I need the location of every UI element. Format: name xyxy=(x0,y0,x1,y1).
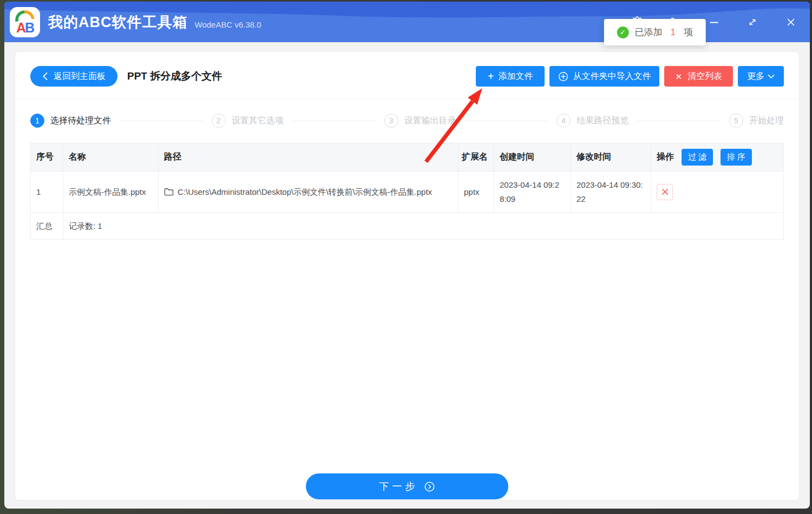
step-5-number: 5 xyxy=(729,114,743,128)
step-4-number: 4 xyxy=(556,114,571,128)
cell-path: C:\Users\Administrator\Desktop\示例文件\转换前\… xyxy=(159,172,459,213)
step-1-number: 1 xyxy=(30,114,44,128)
card-toolbar: 返回到主面板 PPT 拆分成多个文件 + 添加文件 从文件夹中导入文件 ✕ 清空… xyxy=(15,52,799,99)
folder-icon xyxy=(164,188,174,196)
step-3-label: 设置输出目录 xyxy=(404,115,456,127)
col-header-name: 名称 xyxy=(63,143,159,172)
titlebar: AB 我的ABC软件工具箱 WodeABC v6.38.0 ✓ 已添加1项 xyxy=(4,2,810,42)
cell-actions xyxy=(651,172,784,213)
step-3-output-dir: 3 设置输出目录 xyxy=(384,114,456,128)
close-icon[interactable] xyxy=(785,16,797,28)
cell-index: 1 xyxy=(31,172,63,213)
filter-button[interactable]: 过滤 xyxy=(682,149,713,166)
step-1-label: 选择待处理文件 xyxy=(50,115,111,127)
back-to-dashboard-button[interactable]: 返回到主面板 xyxy=(30,66,117,87)
step-5-label: 开始处理 xyxy=(749,115,784,127)
summary-label: 汇总 xyxy=(31,213,63,240)
step-connector xyxy=(292,121,376,121)
col-header-created: 创建时间 xyxy=(494,143,571,172)
clear-x-icon: ✕ xyxy=(675,73,682,81)
step-4-result-preview: 4 结果路径预览 xyxy=(556,114,628,128)
sort-button[interactable]: 排序 xyxy=(721,149,752,166)
settings-gear-icon[interactable] xyxy=(631,16,643,28)
next-step-label: 下一步 xyxy=(379,480,418,493)
table-header-row: 序号 名称 路径 扩展名 创建时间 修改时间 操作 过滤 排序 xyxy=(31,143,784,172)
step-1-select-files: 1 选择待处理文件 xyxy=(30,114,111,128)
next-step-button[interactable]: 下一步 xyxy=(306,473,508,499)
step-connector xyxy=(465,121,548,121)
app-body: 返回到主面板 PPT 拆分成多个文件 + 添加文件 从文件夹中导入文件 ✕ 清空… xyxy=(4,42,810,509)
app-version: WodeABC v6.38.0 xyxy=(195,20,261,29)
col-header-index: 序号 xyxy=(31,143,63,172)
step-3-number: 3 xyxy=(384,114,398,128)
plus-icon: + xyxy=(488,71,494,82)
file-table: 序号 名称 路径 扩展名 创建时间 修改时间 操作 过滤 排序 xyxy=(30,143,784,240)
back-button-label: 返回到主面板 xyxy=(54,71,106,82)
col-header-path: 路径 xyxy=(159,143,459,172)
page-title: PPT 拆分成多个文件 xyxy=(127,69,222,83)
app-logo: AB xyxy=(10,7,40,37)
titlebar-actions xyxy=(631,16,797,28)
actions-label: 操作 xyxy=(657,151,674,163)
col-header-modified: 修改时间 xyxy=(571,143,651,172)
delete-row-button[interactable] xyxy=(657,184,673,200)
clear-list-label: 清空列表 xyxy=(687,71,722,82)
cell-created: 2023-04-14 09:28:09 xyxy=(494,172,571,213)
more-button[interactable]: 更多 xyxy=(738,66,784,87)
step-connector xyxy=(120,121,203,121)
step-4-label: 结果路径预览 xyxy=(577,115,628,127)
add-files-button[interactable]: + 添加文件 xyxy=(476,66,545,87)
col-header-actions: 操作 过滤 排序 xyxy=(651,143,784,172)
summary-text: 记录数: 1 xyxy=(63,213,784,240)
step-2-options: 2 设置其它选项 xyxy=(212,114,284,128)
scissors-icon[interactable] xyxy=(670,16,682,28)
add-files-label: 添加文件 xyxy=(498,71,533,82)
chevron-down-icon xyxy=(768,74,775,79)
minimize-icon[interactable] xyxy=(708,16,720,28)
circle-arrow-right-icon xyxy=(424,481,435,492)
success-check-icon: ✓ xyxy=(617,27,628,38)
import-from-folder-label: 从文件夹中导入文件 xyxy=(573,71,651,82)
toast-count: 1 xyxy=(670,27,675,38)
delete-x-icon xyxy=(662,188,669,195)
step-indicator: 1 选择待处理文件 2 设置其它选项 3 设置输出目录 4 结果路径预览 xyxy=(30,99,784,128)
app-window: AB 我的ABC软件工具箱 WodeABC v6.38.0 ✓ 已添加1项 xyxy=(4,2,810,509)
next-button-area: 下一步 xyxy=(30,473,784,500)
cell-ext: pptx xyxy=(459,172,494,213)
clear-list-button[interactable]: ✕ 清空列表 xyxy=(664,66,733,87)
logo-letter-a: A xyxy=(16,20,25,35)
cell-path-text: C:\Users\Administrator\Desktop\示例文件\转换前\… xyxy=(178,187,432,196)
import-from-folder-button[interactable]: 从文件夹中导入文件 xyxy=(549,66,659,87)
logo-letter-b: B xyxy=(25,20,34,35)
step-2-number: 2 xyxy=(212,114,226,128)
step-5-start: 5 开始处理 xyxy=(729,114,784,128)
chevron-left-icon xyxy=(42,72,48,81)
circle-plus-icon xyxy=(558,71,568,82)
more-label: 更多 xyxy=(747,71,764,82)
cell-modified: 2023-04-14 09:30:22 xyxy=(571,172,651,213)
table-row: 1 示例文稿-作品集.pptx C:\Users\Administrator\D… xyxy=(31,172,784,213)
summary-row: 汇总 记录数: 1 xyxy=(31,213,784,240)
step-connector xyxy=(637,121,721,121)
main-card: 返回到主面板 PPT 拆分成多个文件 + 添加文件 从文件夹中导入文件 ✕ 清空… xyxy=(15,51,800,500)
step-2-label: 设置其它选项 xyxy=(232,115,284,127)
app-title: 我的ABC软件工具箱 xyxy=(48,12,188,32)
cell-name: 示例文稿-作品集.pptx xyxy=(63,172,159,213)
col-header-ext: 扩展名 xyxy=(459,143,494,172)
maximize-resize-icon[interactable] xyxy=(746,16,758,28)
